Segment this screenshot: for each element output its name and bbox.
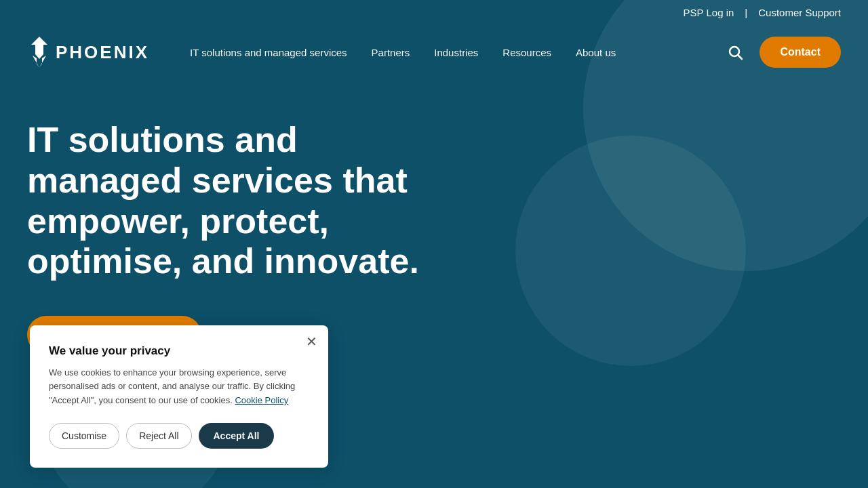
reject-all-button[interactable]: Reject All (126, 423, 191, 449)
svg-line-1 (738, 56, 743, 60)
main-nav: IT solutions and managed services Partne… (190, 47, 727, 58)
cookie-close-button[interactable]: ✕ (306, 335, 317, 348)
phoenix-logo-icon (27, 35, 52, 69)
cookie-buttons: Customise Reject All Accept All (49, 423, 309, 449)
logo-text: PHOENIX (56, 42, 149, 63)
cookie-policy-link[interactable]: Cookie Policy (235, 395, 288, 405)
nav-about-us[interactable]: About us (576, 47, 616, 58)
contact-button[interactable]: Contact (760, 37, 841, 68)
header-right: Contact (727, 37, 841, 68)
hero-section: IT solutions and managed services that e… (0, 79, 868, 354)
nav-it-solutions[interactable]: IT solutions and managed services (190, 47, 347, 58)
nav-resources[interactable]: Resources (502, 47, 551, 58)
customise-button[interactable]: Customise (49, 423, 119, 449)
header: PHOENIX IT solutions and managed service… (0, 25, 868, 79)
cookie-banner: ✕ We value your privacy We use cookies t… (30, 325, 328, 468)
nav-industries[interactable]: Industries (434, 47, 478, 58)
accept-all-button[interactable]: Accept All (199, 423, 275, 449)
hero-title: IT solutions and managed services that e… (27, 120, 448, 282)
search-icon (727, 44, 743, 60)
logo[interactable]: PHOENIX (27, 35, 149, 69)
search-button[interactable] (727, 44, 743, 60)
cookie-title: We value your privacy (49, 344, 309, 358)
nav-partners[interactable]: Partners (372, 47, 410, 58)
cookie-body: We use cookies to enhance your browsing … (49, 366, 309, 408)
